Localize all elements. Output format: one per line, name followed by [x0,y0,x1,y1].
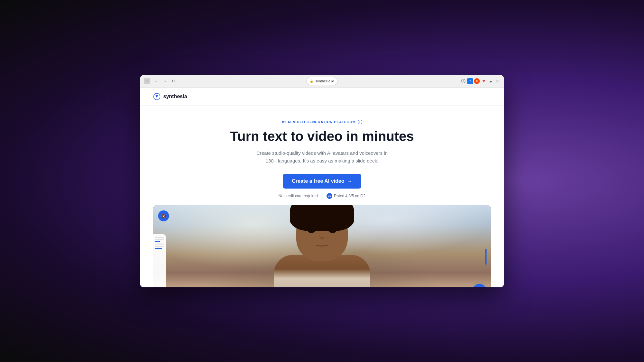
g2-icon: G2 [327,193,332,199]
svg-rect-0 [146,80,149,80]
info-icon: i [358,120,362,124]
browser-window-controls [144,78,150,84]
forward-button[interactable]: → [161,78,168,85]
svg-point-5 [156,96,157,97]
extension-icon-4[interactable]: ❤ [481,78,487,84]
video-mute-button[interactable]: 🔇 [158,210,169,221]
hero-title: Turn text to video in minutes [147,129,497,144]
video-person [261,205,383,287]
url-text: synthesia.io [315,79,334,83]
panel-line-3 [155,244,164,245]
panel-line-2 [155,239,164,240]
extension-icon-6[interactable]: □ [494,78,500,84]
synthesia-logo-icon [153,93,161,100]
platform-badge: #1 AI VIDEO GENERATION PLATFORM i [282,120,362,124]
person-nose [319,232,325,239]
panel-line-1 [155,237,164,238]
extension-icon-2[interactable]: f [467,78,473,84]
side-panel-hint [153,234,166,287]
panel-line-4 [155,246,164,247]
trust-row: No credit card required | G2 Rated 4.8/5… [147,193,497,199]
create-video-button[interactable]: Create a free AI video → [283,174,361,189]
svg-rect-1 [146,81,149,81]
cta-arrow-icon: → [347,178,352,184]
svg-rect-2 [146,82,149,82]
hero-subtitle: Create studio-quality videos with AI ava… [245,149,399,165]
person-eye-left [308,228,315,233]
person-eye-right [329,228,336,233]
hero-section: #1 AI VIDEO GENERATION PLATFORM i Turn t… [140,106,504,205]
logo-text: synthesia [163,94,187,99]
address-bar[interactable]: 🔒 synthesia.io [306,77,337,85]
site-navigation: synthesia [140,88,504,106]
extension-icon-3[interactable]: R [474,78,480,84]
trust-divider: | [322,194,323,198]
extension-icon-5[interactable]: ☁ [488,78,493,84]
browser-chrome: ← → ↻ 🔒 synthesia.io f R ❤ ☁ □ [140,75,504,88]
logo-area: synthesia [153,93,187,100]
video-thumbnail: 🔇 💬 [153,205,491,287]
cta-label: Create a free AI video [292,178,344,184]
reload-button[interactable]: ↻ [170,78,177,85]
g2-rating-text: Rated 4.8/5 on G2 [334,194,365,198]
nav-controls: ← → ↻ [153,78,177,85]
no-credit-card-text: No credit card required [279,194,318,198]
panel-line-blue [155,241,160,242]
mute-icon: 🔇 [161,213,166,218]
ssl-lock-icon: 🔒 [310,79,313,83]
extension-icon-1[interactable] [460,78,466,84]
sidebar-toggle-btn[interactable] [144,78,150,84]
back-button[interactable]: ← [153,78,160,85]
panel-line-blue-2 [155,248,162,249]
progress-indicator [485,249,487,265]
g2-badge: G2 Rated 4.8/5 on G2 [327,193,365,199]
browser-window: ← → ↻ 🔒 synthesia.io f R ❤ ☁ □ [140,75,504,287]
person-mouth [316,243,328,246]
badge-text: #1 AI VIDEO GENERATION PLATFORM [282,120,355,124]
video-container: 🔇 💬 [153,205,491,287]
website-content: synthesia #1 AI VIDEO GENERATION PLATFOR… [140,88,504,287]
browser-toolbar-right: f R ❤ ☁ □ [460,78,500,84]
person-head [296,205,348,261]
